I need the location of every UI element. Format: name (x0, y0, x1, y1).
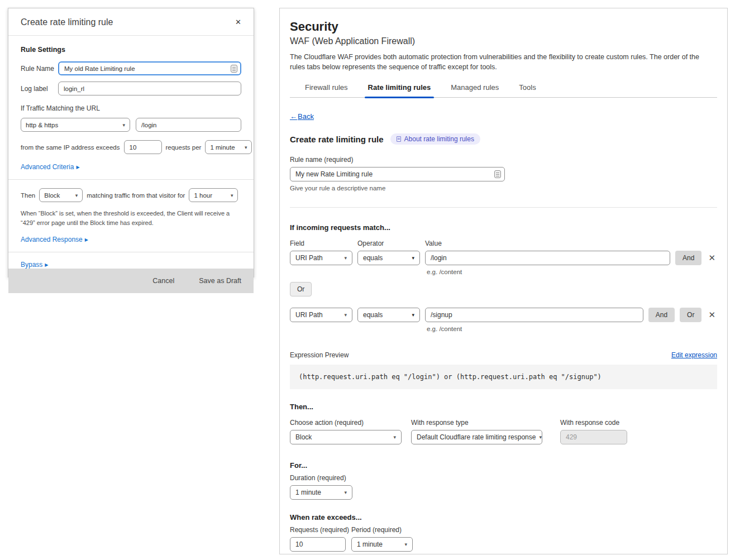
disclosure-icon: ▶ (85, 237, 88, 242)
tab-rate-limiting-rules[interactable]: Rate limiting rules (368, 83, 431, 97)
expression-preview-code: (http.request.uri.path eq "/login") or (… (290, 365, 717, 389)
back-link[interactable]: ← Back (290, 112, 314, 121)
requests-input[interactable] (290, 537, 346, 552)
duration-label: Duration (required) (290, 474, 717, 482)
divider (8, 252, 254, 252)
waf-panel: Security WAF (Web Application Firewall) … (279, 8, 728, 554)
caret-down-icon: ▾ (245, 145, 247, 150)
log-label-input[interactable] (58, 82, 241, 95)
field-select[interactable]: URI Path ▾ (290, 251, 352, 265)
remove-icon[interactable]: ✕ (707, 310, 717, 320)
traffic-match-heading: If Traffic Matching the URL (21, 104, 241, 112)
about-rate-limiting-badge[interactable]: About rate limiting rules (390, 133, 480, 145)
log-label-label: Log label (21, 85, 58, 93)
incoming-requests-heading: If incoming requests match... (290, 223, 717, 232)
url-input[interactable] (136, 118, 241, 132)
caret-down-icon: ▾ (344, 255, 347, 261)
advanced-response-link[interactable]: Advanced Response ▶ (21, 236, 88, 243)
requests-per-text: requests per (166, 144, 202, 151)
caret-down-icon: ▾ (412, 312, 414, 318)
disclosure-icon: ▶ (45, 262, 48, 267)
scheme-select[interactable]: http & https ▾ (21, 118, 130, 132)
caret-down-icon: ▾ (393, 434, 396, 440)
and-button[interactable]: And (648, 308, 675, 322)
page-description: The Cloudflare WAF provides both automat… (290, 52, 715, 72)
modal-title: Create rate limiting rule (21, 17, 113, 27)
waf-tabs: Firewall rules Rate limiting rules Manag… (290, 83, 717, 98)
response-code-input (560, 430, 627, 444)
response-type-select[interactable]: Default Cloudflare rate limiting respons… (411, 430, 542, 444)
and-button[interactable]: And (675, 251, 701, 265)
divider (290, 207, 717, 208)
caret-down-icon: ▾ (75, 193, 78, 198)
tab-firewall-rules[interactable]: Firewall rules (305, 83, 348, 97)
caret-down-icon: ▾ (122, 122, 125, 128)
operator-select[interactable]: equals ▾ (357, 308, 420, 322)
caret-down-icon: ▾ (344, 312, 347, 318)
block-note: When “Block” is set, when the threshold … (21, 209, 241, 228)
response-type-label: With response type (411, 419, 542, 427)
bypass-link[interactable]: Bypass ▶ (21, 261, 49, 269)
caret-down-icon: ▾ (412, 255, 414, 261)
close-icon[interactable]: ✕ (234, 17, 242, 27)
period-label: Period (required) (351, 526, 413, 534)
caret-down-icon: ▾ (539, 434, 542, 440)
field-label: Field (290, 240, 357, 247)
value-input[interactable] (425, 251, 670, 265)
action-select[interactable]: Block ▾ (39, 188, 83, 202)
caret-down-icon: ▾ (344, 490, 347, 495)
tab-managed-rules[interactable]: Managed rules (451, 83, 499, 97)
doc-icon (397, 136, 401, 142)
requests-input[interactable] (124, 140, 162, 154)
condition-row: URI Path ▾ equals ▾ And Or ✕ (290, 308, 717, 322)
tab-tools[interactable]: Tools (519, 83, 536, 97)
requests-label: Requests (required) (290, 526, 346, 534)
back-arrow-icon: ← (290, 112, 297, 121)
ban-duration-select[interactable]: 1 hour ▾ (189, 188, 238, 202)
page-subtitle: WAF (Web Application Firewall) (290, 36, 717, 46)
rule-name-input[interactable] (58, 61, 241, 75)
value-hint: e.g. /content (427, 269, 717, 275)
value-input[interactable] (425, 308, 643, 322)
exceeds-text: from the same IP address exceeds (21, 144, 120, 151)
rate-exceeds-heading: When rate exceeds... (290, 513, 717, 521)
then-text: Then (21, 192, 35, 199)
form-fill-icon (231, 65, 237, 73)
for-heading: For... (290, 461, 717, 470)
form-title: Create rate limiting rule (290, 135, 384, 144)
edit-expression-link[interactable]: Edit expression (671, 351, 717, 359)
disclosure-icon: ▶ (76, 165, 79, 170)
rule-name-label: Rule name (required) (290, 156, 717, 164)
operator-select[interactable]: equals ▾ (357, 251, 420, 265)
remove-icon[interactable]: ✕ (707, 253, 717, 263)
rule-name-help: Give your rule a descriptive name (290, 185, 717, 192)
condition-row: URI Path ▾ equals ▾ And ✕ (290, 251, 717, 265)
value-hint: e.g. /content (427, 326, 717, 332)
modal-header: Create rate limiting rule ✕ (8, 8, 254, 36)
rule-name-input[interactable] (290, 167, 505, 181)
rule-settings-heading: Rule Settings (21, 46, 241, 54)
modal-body: Rule Settings Rule Name Log label If Tra… (8, 36, 254, 269)
field-select[interactable]: URI Path ▾ (290, 308, 352, 322)
period-select[interactable]: 1 minute ▾ (351, 537, 413, 552)
advanced-criteria-link[interactable]: Advanced Criteria ▶ (21, 163, 80, 171)
matching-text: matching traffic from that visitor for (87, 192, 185, 199)
duration-select[interactable]: 1 minute ▾ (290, 485, 352, 500)
response-code-label: With response code (560, 419, 627, 427)
form-fill-icon (494, 170, 501, 178)
operator-label: Operator (357, 240, 425, 247)
action-select[interactable]: Block ▾ (290, 430, 402, 444)
or-button[interactable]: Or (290, 282, 312, 296)
caret-down-icon: ▾ (231, 193, 233, 198)
save-as-draft-button[interactable]: Save as Draft (199, 277, 241, 285)
rule-name-label: Rule Name (21, 65, 58, 73)
period-select[interactable]: 1 minute ▾ (205, 140, 252, 154)
page-title: Security (290, 20, 717, 34)
cancel-button[interactable]: Cancel (152, 277, 174, 285)
or-button[interactable]: Or (680, 308, 701, 322)
caret-down-icon: ▾ (404, 542, 407, 547)
modal-footer: Cancel Save as Draft (8, 269, 254, 293)
divider (8, 179, 254, 180)
value-label: Value (425, 240, 442, 247)
choose-action-label: Choose action (required) (290, 419, 402, 427)
